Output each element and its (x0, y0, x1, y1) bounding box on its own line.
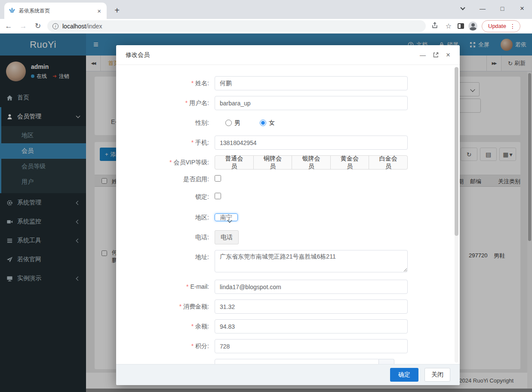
email-label: *E-mail: (116, 280, 215, 294)
browser-profile-icon[interactable] (468, 22, 477, 31)
window-maximize-icon[interactable]: □ (492, 0, 512, 17)
new-tab-button[interactable]: + (111, 4, 123, 16)
points-input[interactable] (215, 339, 408, 353)
amount-label: *消费金额: (116, 299, 215, 314)
tab-title: 若依系统首页 (19, 7, 92, 15)
browser-menu-dots-icon[interactable]: ⋮ (510, 23, 516, 30)
browser-tab[interactable]: 若依系统首页 × (4, 3, 107, 19)
enabled-checkbox[interactable] (215, 175, 221, 182)
phone-label: *手机: (116, 136, 215, 150)
telephone-label: 电话: (116, 230, 215, 244)
url-text: localhost/index (62, 23, 102, 30)
vip-option-platinum[interactable]: 白金会员 (369, 155, 408, 170)
browser-tabstrip: 若依系统首页 × + — □ × (0, 0, 532, 19)
app-viewport: RuoYi ≡ 文档 锁屏 全屏 (0, 34, 532, 392)
forward-icon[interactable]: → (18, 22, 28, 31)
locked-label: 锁定: (116, 193, 215, 201)
modal-scrollbar-thumb[interactable] (455, 67, 458, 236)
gender-male-radio[interactable] (225, 120, 232, 126)
clipped-input[interactable] (215, 359, 379, 364)
vip-button-group: 普通会员 铜牌会员 银牌会员 黄金会员 白金会员 (215, 155, 408, 170)
ruoyi-favicon-icon (9, 7, 15, 14)
modal-title: 修改会员 (126, 51, 150, 59)
modal-body: *姓名: *用户名: 性别: 男 女 *手机: (116, 65, 460, 364)
name-input[interactable] (215, 76, 408, 90)
window-controls: — □ × (453, 0, 532, 17)
balance-input[interactable] (215, 319, 408, 333)
telephone-button[interactable]: 电话 (215, 230, 239, 244)
address-textarea[interactable]: 广东省东莞市南城莞正路21号嘉胜城6栋211 (215, 250, 408, 272)
site-info-icon[interactable]: i (52, 23, 58, 29)
username-label: *用户名: (116, 96, 215, 110)
side-panel-icon[interactable] (458, 23, 464, 29)
window-close-icon[interactable]: × (512, 0, 532, 17)
points-label: *积分: (116, 339, 215, 353)
gender-female-option[interactable]: 女 (260, 116, 275, 130)
enabled-label: 是否启用: (116, 175, 215, 183)
gender-male-option[interactable]: 男 (225, 116, 240, 130)
reload-icon[interactable]: ↻ (33, 22, 43, 31)
share-icon[interactable] (430, 22, 440, 31)
modal-footer: 确定 关闭 (116, 364, 460, 385)
modal-minimize-icon[interactable]: — (420, 52, 426, 59)
modal-maximize-icon[interactable] (433, 52, 439, 58)
region-label: 地区: (116, 210, 215, 225)
update-button[interactable]: Update ⋮ (482, 20, 520, 32)
gender-female-radio[interactable] (260, 120, 266, 126)
edit-member-modal: 修改会员 — × *姓名: *用户名: (116, 45, 460, 385)
locked-checkbox[interactable] (215, 193, 221, 199)
address-label: 地址: (116, 250, 215, 264)
window-minimize-icon[interactable]: — (473, 0, 492, 17)
phone-input[interactable] (215, 136, 408, 150)
vip-option-normal[interactable]: 普通会员 (215, 155, 254, 170)
bookmark-star-icon[interactable]: ☆ (444, 22, 453, 30)
tab-close-icon[interactable]: × (96, 7, 102, 15)
clipped-input-addon[interactable] (379, 359, 394, 364)
screen: 若依系统首页 × + — □ × ← → ↻ i localhost/index… (0, 0, 532, 392)
window-menu-chevron-icon[interactable] (453, 0, 473, 17)
address-bar[interactable]: i localhost/index (47, 20, 426, 32)
close-button[interactable]: 关闭 (424, 368, 450, 382)
vip-option-bronze[interactable]: 铜牌会员 (253, 155, 292, 170)
clipped-input-group (215, 359, 408, 364)
confirm-button[interactable]: 确定 (390, 368, 418, 382)
vip-label: *会员VIP等级: (116, 155, 215, 170)
browser-toolbar: ← → ↻ i localhost/index ☆ Update ⋮ (0, 19, 532, 34)
vip-option-silver[interactable]: 银牌会员 (292, 155, 331, 170)
vip-option-gold[interactable]: 黄金会员 (330, 155, 369, 170)
modal-scrollbar[interactable] (455, 67, 458, 363)
region-select[interactable]: 南宁 (215, 213, 238, 221)
modal-header[interactable]: 修改会员 — × (116, 45, 460, 65)
balance-label: *余额: (116, 319, 215, 333)
gender-label: 性别: (116, 116, 215, 130)
username-input[interactable] (215, 96, 408, 110)
name-label: *姓名: (116, 76, 215, 90)
back-icon[interactable]: ← (3, 22, 14, 31)
amount-input[interactable] (215, 299, 408, 314)
email-input[interactable] (215, 280, 408, 294)
modal-close-icon[interactable]: × (446, 51, 450, 59)
